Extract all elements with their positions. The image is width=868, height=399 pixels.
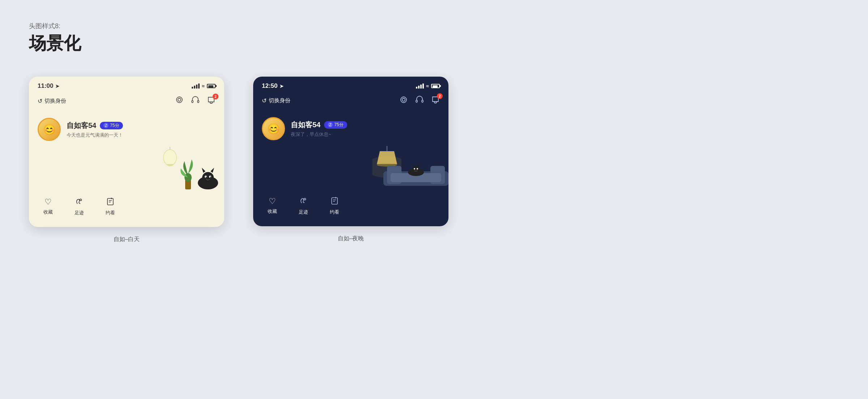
day-chat-badge-count: 2 <box>213 94 218 99</box>
night-quick-actions: ♡ 收藏 足迹 <box>253 189 448 226</box>
svg-point-36 <box>304 198 306 200</box>
page-subtitle: 头图样式8: <box>29 22 839 30</box>
day-booking-icon <box>106 197 114 207</box>
night-phone-frame: 12:50 ➤ ≈ ↺ 切换身份 <box>253 77 448 226</box>
night-battery-icon <box>431 84 440 88</box>
day-wifi-icon: ≈ <box>202 83 205 89</box>
day-signal-icon <box>192 83 200 89</box>
night-scan-icon[interactable] <box>399 95 408 106</box>
night-booking-label: 约看 <box>330 209 339 215</box>
night-phone-label: 自如–夜晚 <box>338 235 364 243</box>
night-toolbar: ↺ 切换身份 <box>253 93 448 111</box>
svg-rect-2 <box>192 100 193 103</box>
night-phone-group: 12:50 ➤ ≈ ↺ 切换身份 <box>253 77 448 243</box>
night-location-icon: ➤ <box>280 83 284 89</box>
night-heart-icon: ♡ <box>269 197 276 206</box>
svg-point-16 <box>80 199 82 201</box>
day-switch-id[interactable]: ↺ 切换身份 <box>38 98 66 104</box>
svg-marker-32 <box>412 163 415 167</box>
svg-rect-21 <box>422 100 423 102</box>
day-score: 75分 <box>110 123 119 129</box>
day-user-info: 自如客54 Z 75分 今天也是元气满满的一天！ <box>67 121 123 138</box>
svg-rect-17 <box>107 198 113 205</box>
svg-point-35 <box>417 168 418 170</box>
night-action-footprint[interactable]: 足迹 <box>299 197 308 215</box>
night-collect-label: 收藏 <box>268 208 277 215</box>
night-score: 75分 <box>334 122 343 128</box>
night-status-icons: ≈ <box>416 83 440 89</box>
svg-point-9 <box>202 172 214 183</box>
day-switch-icon: ↺ <box>38 98 42 104</box>
night-chat-badge[interactable]: 2 <box>431 95 440 106</box>
day-status-icons: ≈ <box>192 83 216 89</box>
day-footprint-label: 足迹 <box>75 210 84 216</box>
night-time: 12:50 <box>262 82 277 90</box>
night-user-section: 😊 自如客54 Z 75分 夜深了，早点休息~ <box>253 111 448 146</box>
day-quick-actions: ♡ 收藏 足迹 <box>29 190 224 227</box>
day-scan-icon[interactable] <box>175 95 184 106</box>
svg-marker-33 <box>417 163 420 167</box>
night-status-bar: 12:50 ➤ ≈ <box>253 77 448 93</box>
day-location-icon: ➤ <box>55 83 59 89</box>
day-action-footprint[interactable]: 足迹 <box>75 197 84 216</box>
day-footprint-icon <box>75 197 83 207</box>
svg-rect-20 <box>416 100 417 102</box>
day-headset-icon[interactable] <box>191 96 200 106</box>
night-score-badge: Z 75分 <box>324 121 347 129</box>
day-z-icon: Z <box>103 123 109 128</box>
day-phone-group: 11:00 ➤ ≈ ↺ 切换身份 <box>29 77 224 243</box>
day-phone-label: 自如–白天 <box>114 236 140 243</box>
day-toolbar-icons: 2 <box>175 95 216 106</box>
day-time: 11:00 <box>38 82 53 90</box>
svg-point-18 <box>401 97 407 103</box>
day-score-badge: Z 75分 <box>100 122 123 129</box>
night-action-collect[interactable]: ♡ 收藏 <box>268 197 277 215</box>
night-user-info: 自如客54 Z 75分 夜深了，早点休息~ <box>291 120 347 138</box>
day-heart-icon: ♡ <box>44 197 52 207</box>
night-switch-icon: ↺ <box>262 97 267 104</box>
day-avatar: 😊 <box>38 118 61 141</box>
night-signal-icon <box>416 83 424 89</box>
svg-point-31 <box>412 166 420 173</box>
svg-rect-37 <box>332 198 337 204</box>
day-collect-label: 收藏 <box>43 209 53 215</box>
night-illustration <box>253 146 448 189</box>
day-status-bar: 11:00 ➤ ≈ <box>29 77 224 93</box>
day-cat-svg <box>195 165 221 190</box>
night-booking-icon <box>331 197 339 207</box>
night-footprint-label: 足迹 <box>299 209 308 215</box>
day-toolbar: ↺ 切换身份 <box>29 93 224 112</box>
night-headset-icon[interactable] <box>415 95 424 106</box>
svg-point-0 <box>176 97 182 103</box>
svg-marker-10 <box>202 168 205 173</box>
svg-point-15 <box>210 177 211 178</box>
night-toolbar-icons: 2 <box>399 95 440 106</box>
night-user-name: 自如客54 <box>291 120 320 130</box>
svg-point-5 <box>163 150 176 166</box>
day-chat-badge[interactable]: 2 <box>207 96 216 106</box>
day-booking-label: 约看 <box>106 210 115 216</box>
day-user-name: 自如客54 <box>67 121 96 130</box>
day-action-booking[interactable]: 约看 <box>106 197 115 216</box>
night-sofa-svg <box>383 160 448 189</box>
night-action-booking[interactable]: 约看 <box>330 197 339 215</box>
day-phone-frame: 11:00 ➤ ≈ ↺ 切换身份 <box>29 77 224 227</box>
day-battery-icon <box>207 84 216 88</box>
day-user-section: 😊 自如客54 Z 75分 今天也是元气满满的一天！ <box>29 112 224 147</box>
day-user-subtitle: 今天也是元气满满的一天！ <box>67 132 123 138</box>
svg-point-34 <box>414 168 415 170</box>
night-user-subtitle: 夜深了，早点休息~ <box>291 131 347 138</box>
svg-point-14 <box>206 177 207 178</box>
night-switch-id[interactable]: ↺ 切换身份 <box>262 97 290 104</box>
svg-marker-11 <box>210 168 214 173</box>
svg-point-1 <box>178 98 181 101</box>
night-wifi-icon: ≈ <box>426 83 429 89</box>
day-user-name-row: 自如客54 Z 75分 <box>67 121 123 130</box>
night-z-icon: Z <box>328 122 333 127</box>
page-title: 场景化 <box>29 32 839 55</box>
day-illustration <box>29 147 224 190</box>
day-action-collect[interactable]: ♡ 收藏 <box>43 197 53 216</box>
svg-point-19 <box>402 98 405 101</box>
night-chat-badge-count: 2 <box>437 93 443 99</box>
night-footprint-icon <box>299 197 307 207</box>
